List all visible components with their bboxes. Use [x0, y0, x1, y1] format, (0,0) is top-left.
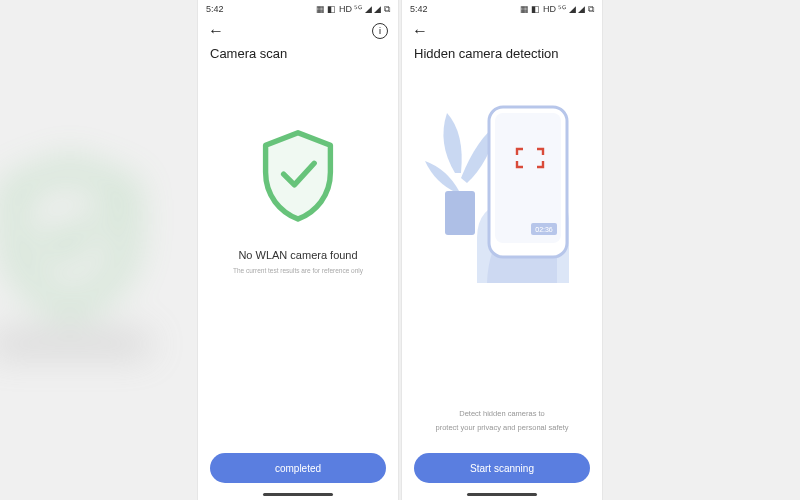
back-icon[interactable]: ← [412, 23, 428, 39]
shield-check-icon [253, 125, 343, 229]
completed-button[interactable]: completed [210, 453, 386, 483]
phone-camera-scan: 5:42 ▦ ◧ HD ⁵ᴳ ◢ ◢ ⧉ ← i Camera scan No … [198, 0, 398, 500]
page-title: Camera scan [198, 44, 398, 65]
page-title: Hidden camera detection [402, 44, 602, 65]
status-time: 5:42 [410, 4, 428, 14]
back-icon[interactable]: ← [208, 23, 224, 39]
status-indicators: ▦ ◧ HD ⁵ᴳ ◢ ◢ ⧉ [316, 4, 390, 15]
info-icon[interactable]: i [372, 23, 388, 39]
illus-time-label: 02:36 [535, 226, 553, 233]
detection-illustration: 02:36 [417, 83, 587, 287]
description-text: Detect hidden cameras to protect your pr… [436, 407, 569, 436]
phone-hidden-camera-detection: 5:42 ▦ ◧ HD ⁵ᴳ ◢ ◢ ⧉ ← Hidden camera det… [402, 0, 602, 500]
status-bar: 5:42 ▦ ◧ HD ⁵ᴳ ◢ ◢ ⧉ [198, 0, 398, 18]
home-indicator [263, 493, 333, 496]
status-bar: 5:42 ▦ ◧ HD ⁵ᴳ ◢ ◢ ⧉ [402, 0, 602, 18]
status-indicators: ▦ ◧ HD ⁵ᴳ ◢ ◢ ⧉ [520, 4, 594, 15]
start-scanning-button[interactable]: Start scanning [414, 453, 590, 483]
result-heading: No WLAN camera found [238, 249, 357, 261]
home-indicator [467, 493, 537, 496]
result-subtext: The current test results are for referen… [233, 267, 363, 274]
svg-rect-0 [445, 191, 475, 235]
status-time: 5:42 [206, 4, 224, 14]
